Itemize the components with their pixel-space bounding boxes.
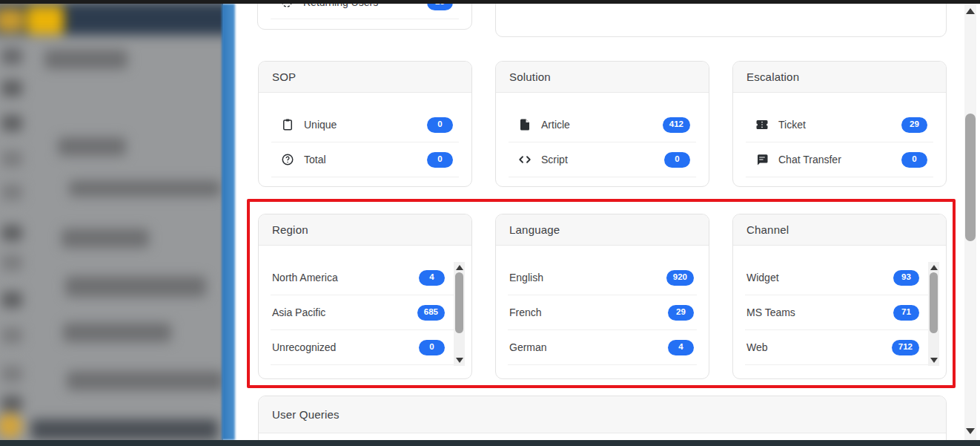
scroll-up-icon[interactable] (966, 8, 975, 14)
card-title: Escalation (733, 62, 946, 93)
solution-card: Solution Article 412 (495, 61, 709, 187)
stat-label: Article (541, 119, 653, 131)
count-badge: 412 (663, 117, 690, 133)
stat-row: Chat Transfer 0 (746, 142, 933, 177)
stat-label: Unique (304, 119, 417, 131)
ticket-icon (755, 118, 769, 131)
window-top-border (0, 0, 980, 4)
blurred-sidebar-panel (0, 4, 223, 440)
sop-card: SOP Unique 0 (258, 61, 472, 187)
escalation-card: Escalation Ticket 29 (732, 61, 947, 187)
stat-row: Article 412 (509, 108, 696, 142)
stat-row: Script 0 (509, 142, 696, 177)
card-title: User Queries (259, 396, 946, 433)
clipboard-icon (281, 118, 294, 131)
count-badge: 0 (901, 152, 927, 168)
stat-label: Ticket (778, 119, 892, 131)
stat-label: Total (304, 154, 417, 165)
card-title: SOP (259, 62, 471, 93)
stat-row: Unique 0 (271, 108, 459, 142)
help-circle-icon (281, 153, 294, 166)
stat-row: Ticket 29 (746, 108, 933, 142)
stat-label: Script (541, 154, 655, 165)
count-badge: 0 (427, 117, 453, 133)
blue-edge-strip (222, 4, 235, 440)
count-badge: 29 (901, 117, 927, 133)
users-card: Returning Users 25 (257, 0, 472, 30)
count-badge: 0 (664, 152, 690, 168)
top-right-card (495, 0, 947, 37)
blurred-content (0, 4, 223, 440)
article-icon (518, 118, 532, 131)
stat-row: Total 0 (271, 142, 459, 177)
stat-label: Chat Transfer (778, 154, 892, 165)
count-badge: 0 (427, 152, 453, 168)
scroll-down-icon[interactable] (966, 428, 975, 434)
window-bottom-border (0, 440, 980, 446)
dashboard-screen: Returning Users 25 SOP Unique 0 (0, 0, 980, 446)
code-icon (518, 153, 532, 166)
page-scrollbar[interactable] (964, 4, 976, 440)
highlight-rectangle (247, 199, 956, 388)
card-title: Solution (496, 62, 709, 93)
user-queries-card: User Queries (258, 396, 947, 446)
scrollbar-thumb[interactable] (965, 114, 976, 241)
chat-icon (755, 153, 769, 166)
